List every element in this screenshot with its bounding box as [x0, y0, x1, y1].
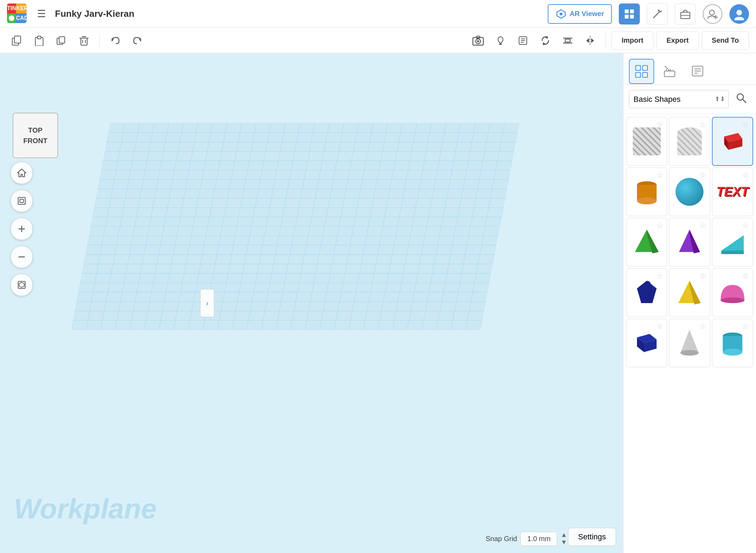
shape-gem-star[interactable]: ☆ [656, 272, 663, 281]
shape-cone-gray-star[interactable]: ☆ [699, 322, 706, 331]
briefcase-icon [680, 9, 691, 19]
logo[interactable]: TIN KER CAD [7, 4, 28, 24]
shape-pyramid-green[interactable]: ☆ [626, 218, 667, 267]
svg-marker-78 [721, 251, 744, 254]
svg-rect-5 [625, 15, 629, 19]
svg-point-83 [721, 298, 744, 303]
redo-button[interactable] [128, 31, 147, 50]
svg-line-66 [743, 99, 746, 103]
svg-rect-19 [59, 37, 65, 43]
shape-cube-blue-star[interactable]: ☆ [656, 322, 663, 331]
avatar[interactable] [729, 4, 749, 24]
delete-icon [79, 35, 89, 46]
svg-marker-79 [637, 281, 657, 303]
camera-button[interactable] [468, 31, 488, 50]
delete-button[interactable] [74, 31, 94, 50]
rotate-icon [540, 35, 551, 46]
svg-point-91 [723, 349, 742, 356]
paste-icon [34, 35, 44, 46]
lightbulb-button[interactable] [491, 31, 510, 50]
shape-hole-star[interactable]: ☆ [656, 120, 663, 130]
fit-view-button[interactable] [10, 190, 33, 212]
project-title[interactable]: Funky Jarv-Kieran [55, 8, 542, 19]
wedge-shape [718, 228, 747, 256]
add-user-button[interactable] [703, 4, 722, 24]
shape-cone-gray[interactable]: ☆ [669, 318, 710, 368]
rotate-button[interactable] [536, 31, 555, 50]
perspective-button[interactable] [10, 274, 33, 296]
paste-button[interactable] [29, 31, 49, 50]
sendto-button[interactable]: Send To [702, 31, 749, 50]
copy-button[interactable] [7, 31, 27, 50]
snap-grid-value[interactable]: 1.0 mm [520, 532, 557, 546]
svg-rect-46 [20, 199, 23, 203]
shape-pyramid-yellow[interactable]: ☆ [669, 268, 710, 317]
shapes-category-select[interactable]: Basic Shapes [629, 90, 729, 108]
shape-cylinder2-star[interactable]: ☆ [742, 322, 749, 331]
grid-canvas [0, 53, 623, 553]
notes-button[interactable] [513, 31, 533, 50]
align-icon [562, 35, 573, 46]
cube-box[interactable]: TOP FRONT [13, 113, 58, 158]
shape-pyramid-green-star[interactable]: ☆ [656, 221, 663, 230]
shape-wedge[interactable]: ☆ [712, 218, 753, 267]
view-cube[interactable]: TOP FRONT [13, 113, 58, 158]
shape-sphere[interactable]: ☆ [669, 167, 710, 216]
shape-pyramid-purple-star[interactable]: ☆ [699, 221, 706, 230]
shape-cylinder-img [631, 176, 663, 208]
shape-cylinder[interactable]: ☆ [626, 167, 667, 216]
export-button[interactable]: Export [656, 31, 699, 50]
svg-point-13 [736, 10, 742, 15]
cone-gray-shape [676, 328, 704, 358]
home-button[interactable] [10, 162, 33, 184]
shape-text3d-star[interactable]: ☆ [742, 171, 749, 180]
svg-rect-54 [636, 72, 640, 77]
mirror-icon [585, 35, 595, 46]
shape-text3d-img: TEXT [717, 176, 748, 208]
shape-cube-blue[interactable]: ☆ [626, 318, 667, 368]
align-button[interactable] [558, 31, 578, 50]
mirror-button[interactable] [580, 31, 600, 50]
shape-cylinder-star[interactable]: ☆ [656, 171, 663, 180]
panel-search-row: Basic Shapes ⬆⬇ [623, 84, 756, 114]
shape-pyramid-purple[interactable]: ☆ [669, 218, 710, 267]
shape-cylinder2[interactable]: ☆ [712, 318, 753, 368]
zoom-out-button[interactable] [10, 246, 33, 268]
menu-icon[interactable]: ☰ [37, 8, 46, 20]
shape-box-star[interactable]: ☆ [742, 120, 749, 130]
duplicate-button[interactable] [52, 31, 71, 50]
viewport[interactable]: TOP FRONT [0, 53, 623, 553]
shape-pyramid-yellow-star[interactable]: ☆ [699, 272, 706, 281]
shape-box[interactable]: ☆ [712, 117, 753, 166]
tab-ruler[interactable] [657, 59, 682, 84]
settings-button[interactable]: Settings [568, 528, 616, 546]
logo-ker: KER [16, 4, 27, 13]
shape-dome[interactable]: ☆ [712, 268, 753, 317]
snap-grid-arrows[interactable]: ▲▼ [561, 531, 567, 546]
shape-wedge-star[interactable]: ☆ [742, 221, 749, 230]
collapse-panel-button[interactable]: › [200, 289, 214, 317]
shape-cylinder-hole[interactable]: ☆ [669, 117, 710, 166]
settings-bar: Settings [568, 528, 616, 546]
svg-marker-77 [721, 235, 744, 251]
shape-hole[interactable]: ☆ [626, 117, 667, 166]
cylinder-shape [633, 176, 661, 207]
shape-wedge-img [717, 226, 748, 258]
shape-dome-star[interactable]: ☆ [742, 272, 749, 281]
briefcase-button[interactable] [675, 4, 696, 24]
search-button[interactable] [732, 90, 750, 108]
ar-viewer-button[interactable]: AR Viewer [548, 4, 612, 24]
svg-point-2 [560, 13, 562, 15]
pickaxe-button[interactable] [647, 4, 668, 24]
tab-notes[interactable] [685, 59, 710, 84]
ruler-tab-icon [663, 65, 676, 78]
undo-button[interactable] [105, 31, 125, 50]
shape-text3d[interactable]: ☆ TEXT [712, 167, 753, 216]
shape-cylinder-hole-star[interactable]: ☆ [699, 120, 706, 130]
shape-gem[interactable]: ☆ [626, 268, 667, 317]
tab-shapes[interactable] [629, 59, 654, 84]
import-button[interactable]: Import [611, 31, 653, 50]
shape-sphere-star[interactable]: ☆ [699, 171, 706, 180]
grid-view-button[interactable] [619, 4, 640, 24]
zoom-in-button[interactable] [10, 218, 33, 240]
